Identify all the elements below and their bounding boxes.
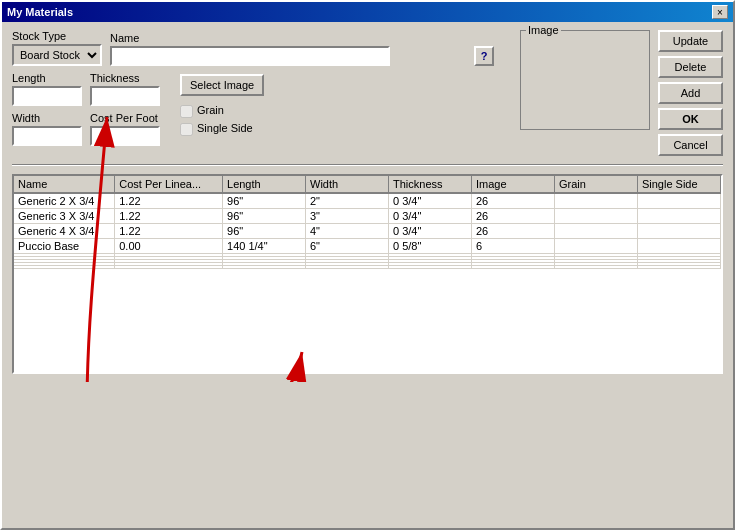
close-button[interactable]: ×	[712, 5, 728, 19]
table-row[interactable]: Puccio Base0.00140 1/4"6"0 5/8"6	[14, 239, 721, 254]
grain-label: Grain	[197, 104, 224, 116]
image-group: Image	[520, 30, 650, 130]
materials-table: Name Cost Per Linea... Length Width Thic…	[14, 176, 721, 269]
length-group: Length	[12, 72, 82, 106]
single-side-checkbox[interactable]	[180, 123, 193, 136]
width-group: Width	[12, 112, 82, 146]
width-input[interactable]	[12, 126, 82, 146]
cost-input[interactable]	[90, 126, 160, 146]
col-name: Name	[14, 176, 115, 193]
width-label: Width	[12, 112, 82, 124]
col-image: Image	[471, 176, 554, 193]
main-window: My Materials × Stock Type Board Stock	[0, 0, 735, 530]
name-input[interactable]	[110, 46, 390, 66]
delete-button[interactable]: Delete	[658, 56, 723, 78]
separator	[12, 164, 723, 166]
table-header-row: Name Cost Per Linea... Length Width Thic…	[14, 176, 721, 193]
cost-label: Cost Per Foot	[90, 112, 160, 124]
stock-type-group: Stock Type Board Stock	[12, 30, 102, 66]
window-title: My Materials	[7, 6, 73, 18]
title-bar: My Materials ×	[2, 2, 733, 22]
grain-checkbox[interactable]	[180, 105, 193, 118]
col-grain: Grain	[554, 176, 637, 193]
image-legend: Image	[526, 24, 561, 36]
stock-type-select[interactable]: Board Stock	[12, 44, 102, 66]
col-thickness: Thickness	[388, 176, 471, 193]
ok-button[interactable]: OK	[658, 108, 723, 130]
update-button[interactable]: Update	[658, 30, 723, 52]
col-width: Width	[306, 176, 389, 193]
length-label: Length	[12, 72, 82, 84]
table-row[interactable]	[14, 266, 721, 269]
col-length: Length	[223, 176, 306, 193]
name-label: Name	[110, 32, 466, 44]
thickness-group: Thickness	[90, 72, 160, 106]
select-image-button[interactable]: Select Image	[180, 74, 264, 96]
cancel-button[interactable]: Cancel	[658, 134, 723, 156]
grain-checkbox-row: Grain	[180, 104, 264, 118]
single-side-checkbox-row: Single Side	[180, 122, 264, 136]
content-area: Stock Type Board Stock Name ?	[2, 22, 733, 382]
right-buttons: Update Delete Add OK Cancel	[658, 30, 723, 156]
checkboxes: Grain Single Side	[180, 104, 264, 136]
table-row[interactable]: Generic 2 X 3/41.2296"2"0 3/4"26	[14, 193, 721, 209]
stock-type-label: Stock Type	[12, 30, 102, 42]
table-row[interactable]: Generic 4 X 3/41.2296"4"0 3/4"26	[14, 224, 721, 239]
thickness-input[interactable]	[90, 86, 160, 106]
table-row[interactable]: Generic 3 X 3/41.2296"3"0 3/4"26	[14, 209, 721, 224]
col-cost: Cost Per Linea...	[115, 176, 223, 193]
help-button[interactable]: ?	[474, 46, 494, 66]
name-group: Name	[110, 32, 466, 66]
single-side-label: Single Side	[197, 122, 253, 134]
col-single-side: Single Side	[637, 176, 720, 193]
length-input[interactable]	[12, 86, 82, 106]
cost-group: Cost Per Foot	[90, 112, 160, 146]
add-button[interactable]: Add	[658, 82, 723, 104]
materials-table-container[interactable]: Name Cost Per Linea... Length Width Thic…	[12, 174, 723, 374]
thickness-label: Thickness	[90, 72, 160, 84]
